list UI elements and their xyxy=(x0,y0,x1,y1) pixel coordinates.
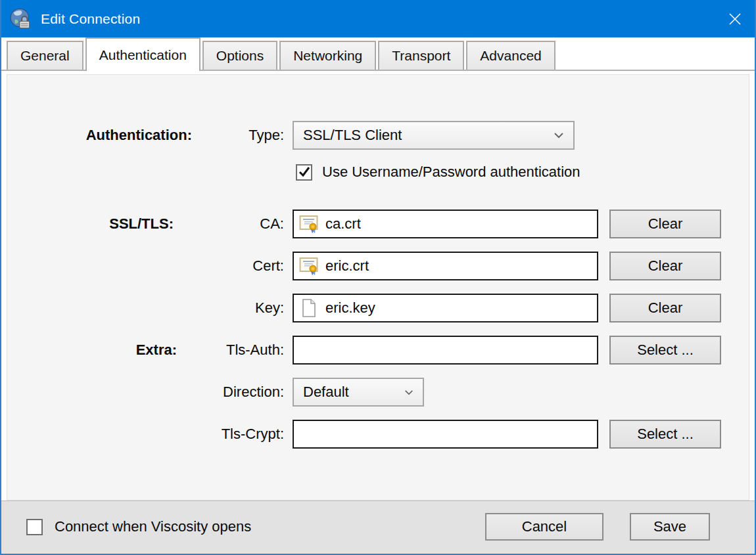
tab-advanced[interactable]: Advanced xyxy=(466,41,555,70)
ca-field-value: ca.crt xyxy=(325,215,361,233)
edit-connection-dialog: Edit Connection General Authentication O… xyxy=(0,0,756,555)
tls-auth-field xyxy=(293,336,598,365)
tab-general[interactable]: General xyxy=(7,41,83,70)
tab-transport[interactable]: Transport xyxy=(378,41,464,70)
close-icon xyxy=(728,12,742,26)
username-password-checkbox-label: Use Username/Password authentication xyxy=(322,164,580,181)
cancel-button[interactable]: Cancel xyxy=(485,513,603,541)
extra-group-label: Extra: xyxy=(1,336,177,365)
direction-label: Direction: xyxy=(185,378,284,407)
ca-clear-button[interactable]: Clear xyxy=(609,210,721,238)
tls-auth-label: Tls-Auth: xyxy=(185,336,284,365)
tls-crypt-field xyxy=(293,420,598,449)
chevron-down-icon xyxy=(554,132,564,139)
tls-crypt-input[interactable] xyxy=(299,426,597,443)
certificate-icon xyxy=(299,214,319,234)
direction-dropdown[interactable]: Default xyxy=(293,378,424,407)
tab-authentication[interactable]: Authentication xyxy=(85,37,201,71)
username-password-checkbox[interactable] xyxy=(296,164,312,181)
key-field[interactable]: eric.key xyxy=(293,294,598,322)
key-label: Key: xyxy=(185,294,284,322)
tab-networking[interactable]: Networking xyxy=(279,41,376,70)
save-button[interactable]: Save xyxy=(630,513,710,541)
certificate-icon xyxy=(299,256,319,276)
direction-dropdown-value: Default xyxy=(303,384,349,401)
tab-options[interactable]: Options xyxy=(202,41,277,70)
cert-clear-button[interactable]: Clear xyxy=(609,252,721,280)
viscosity-app-icon xyxy=(8,7,33,32)
type-dropdown-value: SSL/TLS Client xyxy=(303,127,402,144)
window-title: Edit Connection xyxy=(41,11,140,27)
file-icon xyxy=(299,298,319,318)
key-field-value: eric.key xyxy=(325,300,375,317)
cert-field-value: eric.crt xyxy=(325,257,369,275)
cert-label: Cert: xyxy=(185,252,284,280)
type-dropdown[interactable]: SSL/TLS Client xyxy=(293,121,575,150)
title-bar: Edit Connection xyxy=(0,0,756,37)
connect-on-open-label: Connect when Viscosity opens xyxy=(55,518,251,535)
type-label: Type: xyxy=(185,121,284,150)
tls-crypt-label: Tls-Crypt: xyxy=(185,420,284,449)
ssl-tls-group-label: SSL/TLS: xyxy=(1,210,174,238)
username-password-checkbox-row: Use Username/Password authentication xyxy=(296,163,580,181)
tls-auth-select-button[interactable]: Select ... xyxy=(609,336,721,365)
key-clear-button[interactable]: Clear xyxy=(609,294,721,322)
tab-strip: General Authentication Options Networkin… xyxy=(1,37,755,71)
tls-auth-input[interactable] xyxy=(299,342,597,359)
ca-field[interactable]: ca.crt xyxy=(293,210,598,238)
connect-on-open-checkbox[interactable] xyxy=(26,519,43,535)
cert-field[interactable]: eric.crt xyxy=(293,252,598,280)
tls-crypt-select-button[interactable]: Select ... xyxy=(609,420,721,449)
footer-bar: Connect when Viscosity opens Cancel Save xyxy=(1,500,755,554)
authentication-group-label: Authentication: xyxy=(1,121,192,150)
chevron-down-icon xyxy=(404,389,413,395)
checkmark-icon xyxy=(298,167,310,177)
connect-on-open-row: Connect when Viscosity opens xyxy=(26,518,251,535)
close-button[interactable] xyxy=(714,0,756,37)
ca-label: CA: xyxy=(185,210,284,238)
